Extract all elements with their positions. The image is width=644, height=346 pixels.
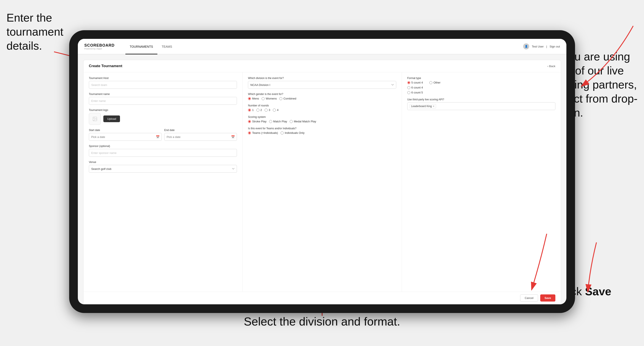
rounds-label: Number of rounds [248,104,396,107]
gender-mens-label: Mens [252,97,259,100]
rounds-4-radio[interactable] [273,109,276,112]
format-type-row-1: 5 count 4 Other [407,81,555,84]
gender-mens-radio[interactable] [248,97,251,100]
nav-tab-tournaments[interactable]: TOURNAMENTS [126,39,158,54]
rounds-2-label: 2 [260,108,262,112]
rounds-2-radio[interactable] [256,109,260,112]
event-individuals-option[interactable]: Individuals Only [280,131,304,135]
format-other-option[interactable]: Other [429,81,440,84]
rounds-radio-group: 1 2 3 [248,108,396,112]
rounds-3-radio[interactable] [264,109,268,112]
gender-womens-label: Womens [266,97,277,100]
rounds-3-option[interactable]: 3 [264,108,270,112]
end-date-input[interactable] [164,133,237,141]
start-date-group: Start date 📅 [89,129,162,141]
rounds-group: Number of rounds 1 2 [248,104,396,112]
event-teams-option[interactable]: Teams (+Individuals) [248,131,278,135]
format-5count4-option[interactable]: 5 count 4 [407,81,423,84]
format-type-row-3: 6 count 5 [407,91,555,94]
gender-womens-radio[interactable] [262,97,264,100]
form-col-2: Which division is the event for? NCAA Di… [242,72,402,292]
venue-select[interactable]: Search golf club [89,165,237,173]
scoring-medal-match-option[interactable]: Medal Match Play [290,120,316,123]
nav-tabs: TOURNAMENTS TEAMS [126,39,176,54]
format-6count4-label: 6 count 4 [412,86,423,89]
live-scoring-chip: Leaderboard King ✕ [410,104,436,108]
tablet-frame: SCOREBOARD Powered by clippit TOURNAMENT… [69,30,575,313]
user-name: Test User [532,45,544,48]
rounds-2-option[interactable]: 2 [256,108,262,112]
live-scoring-label: Use third-party live scoring API? [407,98,555,101]
create-tournament-card: Create Tournament ‹ Back Tournament Host… [83,60,561,304]
format-5count4-radio[interactable] [407,81,410,84]
scoring-stroke-label: Stroke Play [252,120,266,123]
tournament-host-group: Tournament Host [89,77,237,89]
app-logo: SCOREBOARD Powered by clippit [84,43,114,50]
live-scoring-chip-remove[interactable]: ✕ [432,105,434,108]
gender-combined-label: Combined [284,97,296,100]
end-date-group: End date 📅 [164,129,237,141]
event-individuals-radio[interactable] [280,132,284,135]
logo-preview [89,113,101,125]
app-logo-title: SCOREBOARD [84,43,114,48]
save-button[interactable]: Save [540,294,555,302]
svg-point-5 [94,118,94,119]
gender-group: Which gender is the event for? Mens Wome… [248,93,396,100]
scoring-match-radio[interactable] [269,120,272,123]
start-date-input[interactable] [89,133,162,141]
tournament-name-input[interactable] [89,97,237,105]
scoring-label: Scoring system [248,116,396,119]
app-header: SCOREBOARD Powered by clippit TOURNAMENT… [78,39,566,54]
tablet-screen: SCOREBOARD Powered by clippit TOURNAMENT… [78,39,566,304]
sign-out-link[interactable]: Sign out [550,45,560,48]
sponsor-label: Sponsor (optional) [89,145,237,148]
scoring-stroke-option[interactable]: Stroke Play [248,120,266,123]
rounds-1-option[interactable]: 1 [248,108,254,112]
gender-combined-radio[interactable] [279,97,282,100]
rounds-1-label: 1 [252,108,254,112]
header-right: 👤 Test User | Sign out [523,43,560,49]
start-date-label: Start date [89,129,162,132]
rounds-3-label: 3 [269,108,270,112]
cancel-button[interactable]: Cancel [520,294,538,302]
gender-combined-option[interactable]: Combined [279,97,296,100]
live-scoring-group: Use third-party live scoring API? Leader… [407,98,555,110]
division-group: Which division is the event for? NCAA Di… [248,77,396,89]
division-select[interactable]: NCAA Division I [248,81,396,89]
sponsor-input[interactable] [89,149,237,157]
format-type-row-2: 6 count 4 [407,86,555,89]
upload-button[interactable]: Upload [103,116,120,122]
card-footer: Cancel Save [84,292,561,304]
pipe-separator: | [546,45,547,48]
format-other-radio[interactable] [429,81,432,84]
gender-womens-option[interactable]: Womens [262,97,277,100]
format-6count5-option[interactable]: 6 count 5 [407,91,423,94]
live-scoring-tag-input[interactable]: Leaderboard King ✕ [407,102,555,110]
event-teams-radio[interactable] [248,132,251,135]
scoring-stroke-radio[interactable] [248,120,251,123]
nav-tab-teams[interactable]: TEAMS [158,39,176,54]
scoring-match-label: Match Play [273,120,287,123]
main-content: Create Tournament ‹ Back Tournament Host… [78,54,566,304]
rounds-1-radio[interactable] [248,109,251,112]
end-date-label: End date [164,129,237,132]
back-link[interactable]: ‹ Back [547,65,555,68]
format-other-label: Other [434,81,440,84]
gender-label: Which gender is the event for? [248,93,396,96]
format-type-group: Format type 5 count 4 Other [407,77,555,94]
tournament-logo-label: Tournament logo [89,109,237,112]
format-6count4-radio[interactable] [407,86,410,89]
card-title: Create Tournament [89,64,122,68]
form-col-3: Format type 5 count 4 Other [402,72,561,292]
tournament-host-input[interactable] [89,81,237,89]
tournament-name-label: Tournament name [89,93,237,96]
live-scoring-chip-text: Leaderboard King [411,105,432,108]
format-type-options: 5 count 4 Other [407,81,555,94]
gender-mens-option[interactable]: Mens [248,97,259,100]
tournament-logo-group: Tournament logo Upload [89,109,237,125]
format-6count4-option[interactable]: 6 count 4 [407,86,423,89]
format-6count5-radio[interactable] [407,91,410,94]
scoring-medal-match-radio[interactable] [290,120,293,123]
scoring-match-option[interactable]: Match Play [269,120,287,123]
rounds-4-option[interactable]: 4 [273,108,278,112]
